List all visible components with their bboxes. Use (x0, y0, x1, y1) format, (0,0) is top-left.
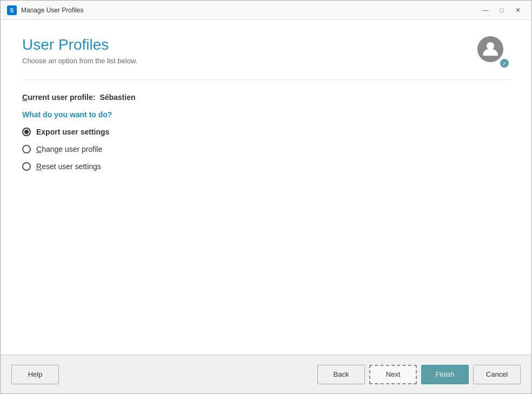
radio-export[interactable] (22, 128, 31, 136)
titlebar-controls: — □ ✕ (478, 5, 525, 16)
avatar-check-icon: ✓ (499, 58, 510, 69)
help-button[interactable]: Help (11, 365, 59, 384)
finish-button[interactable]: Finish (421, 365, 469, 384)
question-label: What do you want to do? (22, 110, 510, 119)
current-profile-label: Current user profile: (22, 93, 95, 102)
app-icon: S (7, 5, 17, 15)
main-content: User Profiles Choose an option from the … (1, 20, 531, 355)
footer-right: Back Next Finish Cancel (317, 365, 521, 384)
radio-reset-label: Reset user settings (36, 162, 101, 171)
radio-option-reset[interactable]: Reset user settings (22, 162, 510, 171)
next-button[interactable]: Next (369, 365, 417, 384)
page-subtitle: Choose an option from the list below. (22, 57, 477, 65)
radio-change-label: Change user profile (36, 145, 102, 153)
footer: Help Back Next Finish Cancel (1, 355, 531, 393)
avatar (477, 36, 503, 62)
header-row: User Profiles Choose an option from the … (22, 36, 510, 69)
current-profile-value: Sébastien (99, 93, 135, 102)
separator (22, 79, 510, 80)
titlebar-left: S Manage User Profiles (7, 5, 83, 15)
radio-export-label: Export user settings (36, 128, 109, 136)
user-avatar-container: ✓ (477, 36, 510, 69)
minimize-button[interactable]: — (478, 5, 493, 16)
radio-group: Export user settings Change user profile… (22, 128, 510, 171)
page-title: User Profiles (22, 36, 477, 54)
titlebar: S Manage User Profiles — □ ✕ (1, 1, 531, 20)
header-text: User Profiles Choose an option from the … (22, 36, 477, 65)
cancel-button[interactable]: Cancel (473, 365, 521, 384)
svg-point-0 (487, 42, 494, 50)
radio-reset[interactable] (22, 162, 31, 171)
radio-change[interactable] (22, 145, 31, 153)
radio-option-change[interactable]: Change user profile (22, 145, 510, 153)
radio-option-export[interactable]: Export user settings (22, 128, 510, 136)
titlebar-title: Manage User Profiles (21, 6, 83, 14)
maximize-button[interactable]: □ (495, 5, 509, 16)
close-button[interactable]: ✕ (511, 5, 525, 16)
footer-left: Help (11, 365, 59, 384)
main-window: S Manage User Profiles — □ ✕ User Profil… (0, 0, 532, 394)
back-button[interactable]: Back (317, 365, 365, 384)
current-profile-row: Current user profile: Sébastien (22, 93, 510, 102)
